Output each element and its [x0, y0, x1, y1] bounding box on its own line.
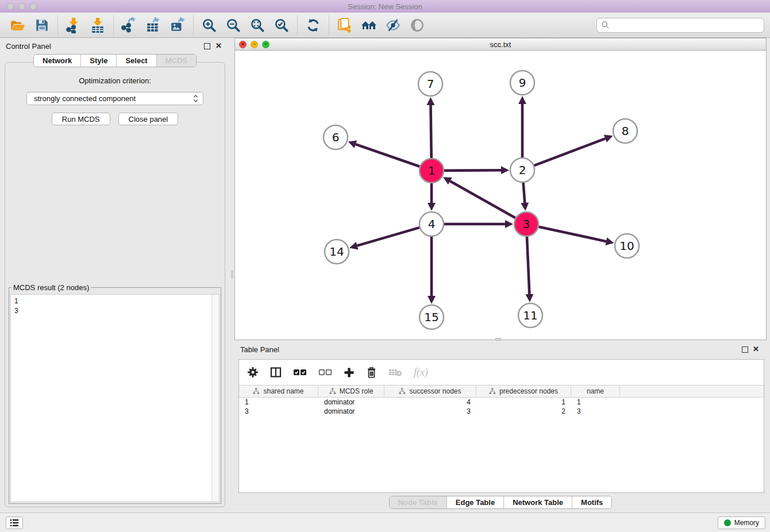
graph-node-8[interactable]: 8: [613, 119, 637, 143]
home-button[interactable]: [357, 14, 381, 36]
deselect-all-icon[interactable]: [318, 368, 332, 376]
graph-node-2[interactable]: 2: [510, 158, 534, 182]
import-network-button[interactable]: [61, 14, 86, 36]
graph-node-11[interactable]: 11: [518, 303, 542, 327]
graph-edge-1-6[interactable]: [348, 141, 419, 167]
table-cell[interactable]: 1: [476, 398, 571, 407]
column-header-predecessor-nodes[interactable]: predecessor nodes: [476, 385, 571, 397]
graph-edge-1-7[interactable]: [426, 97, 434, 158]
graph-node-4[interactable]: 4: [419, 212, 444, 236]
show-panel-button[interactable]: [405, 14, 429, 36]
table-row[interactable]: 3dominator323: [239, 407, 764, 416]
search-input[interactable]: [610, 20, 760, 31]
graph-edge-3-1[interactable]: [443, 177, 515, 218]
tab-motifs[interactable]: Motifs: [572, 496, 611, 508]
network-canvas[interactable]: 1234678910111415: [234, 51, 767, 340]
table-row[interactable]: 1dominator411: [239, 398, 764, 407]
toolbar-separator: [297, 16, 298, 35]
tab-node-table[interactable]: Node Table: [390, 496, 447, 508]
tab-network-table[interactable]: Network Table: [504, 496, 572, 508]
table-header-row: shared nameMCDS rolesuccessor nodesprede…: [239, 385, 764, 398]
node-table-container: f(x) shared nameMCDS rolesuccessor nodes…: [238, 359, 764, 493]
column-label: successor nodes: [409, 387, 461, 395]
graph-node-3[interactable]: 3: [514, 212, 538, 236]
table-cell[interactable]: 3: [571, 407, 620, 416]
graph-node-10[interactable]: 10: [615, 234, 639, 258]
column-header-shared-name[interactable]: shared name: [239, 385, 318, 397]
table-cell[interactable]: 2: [476, 407, 571, 416]
gear-icon[interactable]: [247, 367, 259, 378]
zoom-fit-button[interactable]: [245, 14, 270, 36]
graph-node-6[interactable]: 6: [324, 125, 348, 149]
clone-network-button[interactable]: [333, 14, 357, 36]
graph-node-9[interactable]: 9: [510, 71, 534, 95]
export-table-button[interactable]: [141, 14, 165, 36]
graph-edge-3-11[interactable]: [525, 237, 533, 302]
network-maximize-icon[interactable]: +: [262, 41, 270, 48]
graph-edge-2-3[interactable]: [521, 183, 529, 211]
tab-network[interactable]: Network: [34, 55, 81, 67]
trash-icon[interactable]: [366, 367, 377, 379]
tab-style[interactable]: Style: [81, 55, 117, 67]
result-scrollbar[interactable]: [211, 295, 219, 502]
graph-edge-2-8[interactable]: [534, 135, 613, 166]
vertical-splitter[interactable]: [230, 38, 234, 512]
table-float-icon[interactable]: [742, 346, 748, 353]
graph-edge-1-4[interactable]: [428, 183, 436, 211]
add-icon[interactable]: [344, 367, 355, 378]
save-session-button[interactable]: [30, 14, 54, 36]
table-cell[interactable]: 4: [384, 398, 476, 407]
split-columns-icon[interactable]: [270, 367, 282, 378]
select-all-icon[interactable]: [293, 368, 307, 376]
network-close-icon[interactable]: ✕: [239, 41, 247, 48]
splitter-grip[interactable]: [231, 270, 233, 279]
table-cell[interactable]: dominator: [318, 398, 384, 407]
zoom-out-button[interactable]: [221, 14, 245, 36]
column-header-MCDS-role[interactable]: MCDS role: [318, 385, 384, 397]
graph-node-15[interactable]: 15: [419, 305, 444, 329]
optimization-dropdown[interactable]: strongly connected component: [26, 92, 203, 105]
table-cell[interactable]: 1: [239, 398, 318, 407]
table-cell[interactable]: 3: [384, 407, 476, 416]
task-history-button[interactable]: [6, 516, 23, 529]
column-header-name[interactable]: name: [571, 385, 620, 397]
tab-mcds[interactable]: MCDS: [157, 55, 196, 67]
graph-edge-1-2[interactable]: [444, 166, 509, 174]
graph-edge-4-3[interactable]: [444, 220, 513, 228]
import-table-button[interactable]: [86, 14, 110, 36]
window-titlebar: Session: New Session: [0, 0, 770, 13]
zoom-in-button[interactable]: [197, 14, 221, 36]
export-network-button[interactable]: [117, 14, 141, 36]
close-panel-icon[interactable]: ✕: [215, 42, 222, 50]
tab-edge-table[interactable]: Edge Table: [447, 496, 504, 508]
graph-edge-2-9[interactable]: [518, 96, 526, 157]
tab-select[interactable]: Select: [117, 55, 156, 67]
network-minimize-icon[interactable]: −: [251, 41, 258, 48]
mcds-result-list[interactable]: 1 3: [10, 294, 220, 502]
float-panel-icon[interactable]: [204, 43, 210, 49]
close-panel-button[interactable]: Close panel: [118, 113, 179, 125]
memory-button[interactable]: Memory: [718, 516, 765, 529]
table-cell[interactable]: 3: [239, 407, 318, 416]
graph-edge-4-15[interactable]: [428, 237, 436, 304]
refresh-button[interactable]: [301, 14, 325, 36]
horizontal-splitter-grip[interactable]: [495, 338, 501, 341]
list-icon: [10, 519, 19, 527]
export-image-button[interactable]: [165, 14, 190, 36]
graph-node-7[interactable]: 7: [418, 72, 442, 96]
table-cell[interactable]: dominator: [318, 407, 384, 416]
open-session-button[interactable]: [6, 14, 30, 36]
run-mcds-button[interactable]: Run MCDS: [52, 113, 110, 125]
column-header-successor-nodes[interactable]: successor nodes: [384, 385, 476, 397]
graph-node-1[interactable]: 1: [419, 159, 444, 183]
hide-panel-button[interactable]: [381, 14, 405, 36]
graph-edge-3-10[interactable]: [538, 227, 614, 245]
search-box: [596, 18, 764, 33]
graph-node-14[interactable]: 14: [325, 240, 349, 264]
zoom-selected-button[interactable]: [270, 14, 294, 36]
zoom-selected-icon: [274, 17, 290, 33]
table-close-icon[interactable]: ✕: [753, 345, 759, 353]
control-panel: Control Panel ✕ NetworkStyleSelectMCDS O…: [0, 38, 230, 512]
table-cell[interactable]: 1: [571, 398, 620, 407]
graph-edge-4-14[interactable]: [349, 228, 419, 249]
